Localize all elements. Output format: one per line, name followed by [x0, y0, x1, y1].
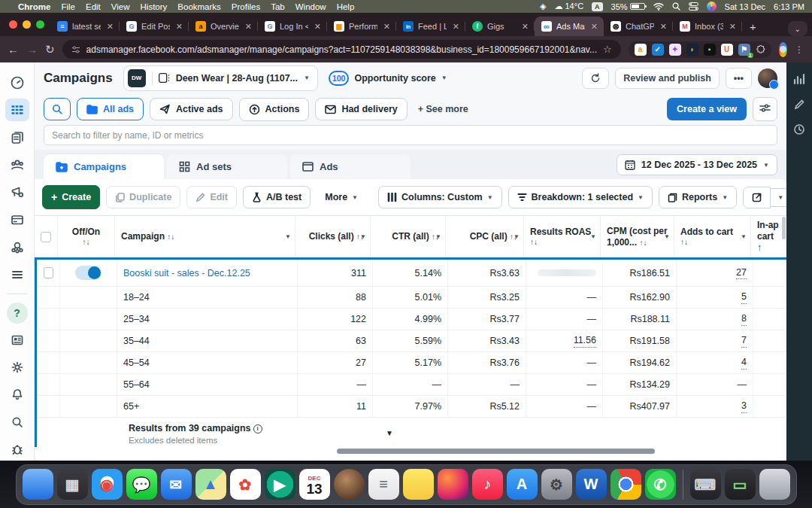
browser-profile-avatar[interactable]	[779, 42, 787, 57]
display-capture-dock-icon[interactable]: ▭	[725, 469, 756, 500]
see-more-button[interactable]: + See more	[414, 104, 473, 114]
checkmark-extension-icon[interactable]: ✓	[652, 44, 664, 56]
back-button[interactable]: ←	[8, 43, 19, 56]
battery-indicator[interactable]: 35%	[611, 2, 645, 11]
filter-active-ads[interactable]: Active ads	[150, 98, 233, 120]
breakdown-row[interactable]: 25–34 122 4.99% Rs3.77 — Rs188.11 8	[37, 309, 786, 330]
breakdown-row[interactable]: 45–54 27 5.17% Rs3.76 — Rs194.62 4	[37, 352, 786, 374]
photo-disc-dock-icon[interactable]	[334, 469, 365, 500]
tab-campaigns[interactable]: Campaigns	[44, 154, 164, 179]
ads-reporting-icon[interactable]	[5, 126, 29, 148]
col-ctr[interactable]: CTR (all) ↑↓▼	[370, 216, 445, 257]
calendar-dock-icon[interactable]: DEC13	[299, 469, 330, 500]
menu-edit[interactable]: Edit	[86, 2, 101, 11]
whatsapp-dock-icon[interactable]: ✆	[645, 469, 676, 500]
filter-search-button[interactable]	[44, 98, 71, 120]
opportunity-score[interactable]: 100 Opportunity score ▼	[329, 71, 447, 86]
campaign-toggle-on[interactable]	[75, 266, 102, 280]
tab-gigs[interactable]: fGigs✕	[465, 17, 535, 36]
info-icon[interactable]: i	[253, 424, 262, 433]
control-center-icon[interactable]	[689, 2, 698, 11]
audiences-icon[interactable]	[5, 154, 29, 175]
filter-actions[interactable]: Actions	[239, 98, 310, 121]
swirl-extension-icon[interactable]: ◗	[686, 44, 698, 56]
window-minimize-button[interactable]	[23, 20, 31, 29]
report-bug-icon[interactable]	[5, 439, 29, 461]
updates-news-icon[interactable]	[5, 329, 29, 351]
purple-extension-icon[interactable]: ✦	[669, 44, 681, 56]
breakdown-row[interactable]: 35–44 63 5.59% Rs3.43 11.56 Rs191.58 7	[37, 330, 786, 352]
help-icon[interactable]: ?	[7, 303, 28, 323]
input-source-icon[interactable]: A	[592, 2, 603, 11]
col-campaign[interactable]: Campaign ↑↓▼	[114, 216, 295, 257]
close-tab-icon[interactable]: ✕	[451, 22, 461, 32]
campaigns-nav-icon[interactable]	[5, 99, 29, 120]
menu-history[interactable]: History	[141, 2, 168, 11]
insights-chart-icon[interactable]	[793, 73, 805, 85]
tab-overview[interactable]: aOverviev✕	[189, 17, 258, 36]
tab-chatgpt[interactable]: ⊛ChatGPT✕	[604, 17, 673, 36]
edit-pencil-icon[interactable]	[794, 99, 805, 110]
maps-dock-icon[interactable]: ▲	[195, 469, 226, 500]
badge-extension-icon[interactable]: ⚑1	[738, 44, 750, 56]
menu-bookmarks[interactable]: Bookmarks	[177, 2, 221, 11]
breakdown-row[interactable]: 55–64 — — — — Rs134.29 —	[37, 374, 786, 396]
tab-edit-post[interactable]: GEdit Post✕	[120, 17, 189, 36]
rail-search-icon[interactable]	[5, 411, 29, 433]
close-tab-icon[interactable]: ✕	[382, 22, 392, 32]
new-tab-button[interactable]: +	[742, 20, 764, 33]
launchpad-dock-icon[interactable]: ▦	[57, 469, 88, 500]
firefox-dock-icon[interactable]	[438, 469, 468, 500]
search-filter-input[interactable]: Search to filter by name, ID or metrics	[44, 125, 777, 145]
more-button[interactable]: More▼	[317, 187, 366, 208]
stickies-dock-icon[interactable]	[403, 469, 434, 500]
tab-search-chevron[interactable]: ⌄	[788, 21, 807, 36]
chrome-dock-icon[interactable]	[611, 469, 641, 500]
campaign-name-link[interactable]: Booski suit - sales - Dec.12.25	[123, 268, 250, 278]
col-cpc[interactable]: CPC (all) ↑↓▼	[445, 216, 523, 257]
notes-dock-icon[interactable]: ≡	[368, 469, 399, 500]
tab-log-in[interactable]: GLog In <✕	[258, 17, 327, 36]
music-dock-icon[interactable]: ♪	[472, 469, 503, 500]
view-settings-button[interactable]	[753, 97, 777, 121]
keyboard-dock-icon[interactable]: ⌨	[690, 469, 721, 500]
url-bar[interactable]: adsmanager.facebook.com/adsmanager/manag…	[62, 40, 621, 59]
ad-account-selector[interactable]: DW Deen Wear | 28-Aug (1107... ▼	[123, 65, 318, 91]
breakdown-row[interactable]: 65+ 11 7.97% Rs5.12 — Rs407.97 3	[37, 396, 786, 418]
col-cpm[interactable]: CPM (cost per1,000... ↑↓▼	[600, 216, 674, 257]
bookmark-star-icon[interactable]: ☆	[603, 44, 612, 55]
tab-ads-manager[interactable]: ∞Ads Man✕	[535, 17, 604, 36]
account-overview-icon[interactable]	[5, 71, 29, 93]
footer-expand-caret[interactable]: ▼	[386, 429, 393, 437]
menu-help[interactable]: Help	[337, 2, 355, 11]
review-publish-button[interactable]: Review and publish	[615, 68, 720, 89]
close-tab-icon[interactable]: ✕	[313, 22, 323, 32]
browser-menu-icon[interactable]: ⋮	[795, 44, 804, 55]
messages-dock-icon[interactable]: 💬	[126, 469, 157, 500]
business-assets-icon[interactable]	[5, 236, 29, 258]
close-tab-icon[interactable]: ✕	[589, 22, 599, 32]
tab-ad-sets[interactable]: Ad sets	[167, 154, 287, 179]
columns-button[interactable]: Columns: Custom▼	[378, 186, 502, 208]
tab-latest-se[interactable]: ≡latest se✕	[50, 17, 120, 36]
camtasia-dock-icon[interactable]: ▶	[265, 469, 295, 500]
user-avatar-icon[interactable]	[707, 2, 717, 11]
breakdown-button[interactable]: Breakdown: 1 selected▼	[508, 186, 653, 208]
app-store-dock-icon[interactable]: A	[507, 469, 538, 500]
ubersuggest-extension-icon[interactable]: U	[721, 44, 733, 56]
system-settings-dock-icon[interactable]: ⚙	[541, 469, 572, 500]
menu-tab[interactable]: Tab	[271, 2, 285, 11]
close-tab-icon[interactable]: ✕	[659, 22, 668, 32]
finder-dock-icon[interactable]	[23, 469, 53, 500]
col-clicks[interactable]: Clicks (all) ↑↓▼	[295, 216, 370, 257]
campaign-row[interactable]: Booski suit - sales - Dec.12.25 311 5.14…	[37, 260, 786, 287]
header-more-button[interactable]: •••	[726, 68, 752, 89]
spotlight-search-icon[interactable]	[672, 2, 680, 11]
horizontal-scrollbar[interactable]	[41, 447, 780, 456]
extensions-puzzle-icon[interactable]	[756, 44, 765, 54]
menu-view[interactable]: View	[111, 2, 130, 11]
close-tab-icon[interactable]: ✕	[174, 22, 184, 32]
create-button[interactable]: +Create	[42, 185, 100, 209]
safari-dock-icon[interactable]: ◉	[92, 469, 123, 500]
create-view-button[interactable]: Create a view	[667, 98, 747, 120]
